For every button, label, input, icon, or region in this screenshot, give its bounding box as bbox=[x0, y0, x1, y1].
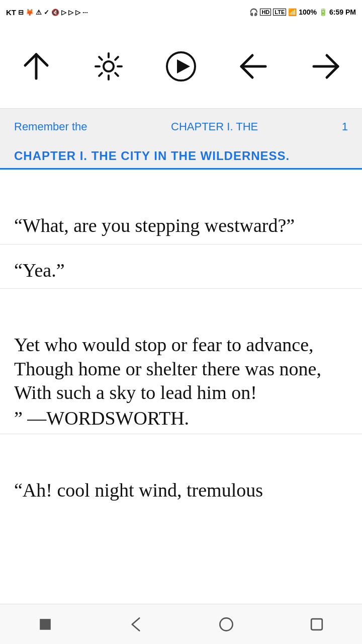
status-bar: KT ⊟ 🦊 ⚠ ✓ 🔇 ▷ ▷ ▷ ··· 🎧 HD LTE 📶 100% 🔋… bbox=[0, 0, 362, 24]
bottom-padding bbox=[0, 502, 362, 552]
chapter-heading: CHAPTER I. THE CITY IN THE WILDERNESS. bbox=[14, 149, 290, 168]
svg-rect-8 bbox=[311, 619, 322, 630]
quote-line-3: “Ah! cool night wind, tremulous bbox=[14, 479, 263, 501]
status-left: KT ⊟ 🦊 ⚠ ✓ 🔇 ▷ ▷ ▷ ··· bbox=[6, 8, 88, 17]
svg-point-7 bbox=[220, 618, 232, 630]
hd-badge: HD bbox=[260, 9, 271, 16]
poetry-line-2: Though home or shelter there was none, bbox=[14, 357, 348, 381]
spacer-3 bbox=[0, 434, 362, 464]
warning-icon: ⚠ bbox=[36, 9, 42, 16]
lte-badge: LTE bbox=[273, 9, 286, 16]
home-circle-icon bbox=[217, 615, 235, 633]
up-button[interactable] bbox=[16, 46, 56, 87]
speaker-icon: 🔇 bbox=[51, 9, 59, 16]
quote-block-3: “Ah! cool night wind, tremulous bbox=[0, 464, 362, 503]
back-button[interactable] bbox=[233, 46, 274, 87]
nav-home-button[interactable] bbox=[206, 609, 246, 639]
quote-block-1: “What, are you stepping westward?” bbox=[0, 200, 362, 245]
signal-icon: 📶 bbox=[288, 8, 297, 16]
nav-recent-button[interactable] bbox=[297, 609, 337, 639]
forward-button[interactable] bbox=[306, 46, 346, 87]
firefox-icon: 🦊 bbox=[26, 9, 34, 16]
toolbar bbox=[0, 24, 362, 109]
nav-back-button[interactable] bbox=[116, 609, 156, 639]
poetry-block: Yet who would stop or fear to advance, T… bbox=[0, 319, 362, 434]
chapter-info-text: CHAPTER I. THE bbox=[171, 120, 258, 133]
gear-icon bbox=[93, 50, 125, 83]
up-arrow-icon bbox=[20, 50, 52, 83]
bottom-nav bbox=[0, 604, 362, 644]
spacer-2 bbox=[0, 289, 362, 319]
play3-icon: ▷ bbox=[75, 9, 80, 16]
svg-marker-3 bbox=[177, 59, 190, 73]
recent-square-icon bbox=[308, 615, 326, 633]
forward-arrow-icon bbox=[310, 50, 342, 83]
page-number: 1 bbox=[342, 120, 348, 133]
settings-button[interactable] bbox=[88, 46, 129, 87]
remember-text: Remember the bbox=[14, 120, 87, 133]
back-arrow-icon bbox=[237, 50, 269, 83]
dots-icon: ··· bbox=[82, 9, 88, 16]
spacer-1 bbox=[0, 170, 362, 200]
chapter-heading-bar: CHAPTER I. THE CITY IN THE WILDERNESS. bbox=[0, 145, 362, 170]
svg-rect-6 bbox=[40, 619, 51, 630]
status-right: 🎧 HD LTE 📶 100% 🔋 6:59 PM bbox=[249, 8, 356, 16]
poetry-line-1: Yet who would stop or fear to advance, bbox=[14, 333, 348, 357]
quote-line-2: “Yea.” bbox=[14, 260, 65, 281]
play-icon: ▷ bbox=[61, 9, 66, 16]
content-area: “What, are you stepping westward?” “Yea.… bbox=[0, 170, 362, 552]
info-bar: Remember the CHAPTER I. THE 1 bbox=[0, 109, 362, 145]
nav-square-button[interactable] bbox=[25, 609, 65, 639]
check-icon: ✓ bbox=[44, 9, 49, 16]
play2-icon: ▷ bbox=[68, 9, 73, 16]
sim-icon: ⊟ bbox=[18, 9, 24, 16]
poetry-attribution: ” —WORDSWORTH. bbox=[14, 405, 348, 432]
headphone-icon: 🎧 bbox=[249, 8, 258, 16]
clock: 6:59 PM bbox=[329, 8, 356, 16]
square-icon bbox=[36, 615, 54, 633]
back-nav-icon bbox=[127, 615, 145, 633]
battery-level: 100% bbox=[299, 8, 317, 16]
quote-block-2: “Yea.” bbox=[0, 245, 362, 289]
carrier-label: KT bbox=[6, 8, 16, 17]
poetry-line-3: With such a sky to lead him on! bbox=[14, 381, 348, 405]
play-button[interactable] bbox=[161, 46, 201, 87]
battery-icon: 🔋 bbox=[319, 8, 327, 16]
play-circle-icon bbox=[165, 50, 197, 83]
quote-line-1: “What, are you stepping westward?” bbox=[14, 215, 295, 236]
svg-point-1 bbox=[104, 61, 114, 71]
